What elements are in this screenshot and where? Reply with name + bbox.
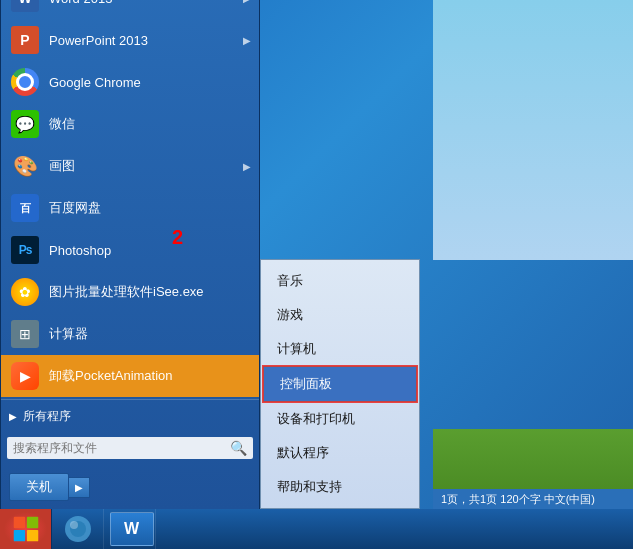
right-menu-default-programs-label: 默认程序: [277, 444, 329, 462]
taskbar-item-orb[interactable]: [52, 509, 104, 549]
menu-item-word-label: Word 2013: [49, 0, 243, 6]
shutdown-button[interactable]: 关机: [9, 473, 69, 501]
shutdown-arrow-button[interactable]: ▶: [69, 477, 90, 498]
right-menu-computer-label: 计算机: [277, 340, 316, 358]
menu-item-chrome-label: Google Chrome: [49, 75, 251, 90]
search-icon: 🔍: [230, 440, 247, 456]
taskbar: W: [0, 509, 633, 549]
right-menu-item-games[interactable]: 游戏: [261, 298, 419, 332]
taskbar-word-icon: W: [110, 512, 154, 546]
menu-item-pocket[interactable]: ▶ 卸载PocketAnimation: [1, 355, 259, 397]
chrome-icon: [9, 66, 41, 98]
menu-item-wechat[interactable]: 💬 微信: [1, 103, 259, 145]
right-menu-games-label: 游戏: [277, 306, 303, 324]
ppt-arrow-icon: ▶: [243, 35, 251, 46]
desktop: 1页，共1页 120个字 中文(中国) ✕ 强力卸载电脑中的软件 W Word …: [0, 0, 633, 549]
annotation-2: 2: [172, 226, 183, 249]
paint-arrow-icon: ▶: [243, 161, 251, 172]
right-menu-item-control-panel[interactable]: 控制面板: [263, 366, 417, 402]
menu-item-paint-label: 画图: [49, 157, 243, 175]
menu-items-list: ✕ 强力卸载电脑中的软件 W Word 2013 ▶ P PowerPoint …: [1, 0, 259, 397]
menu-item-isee[interactable]: ✿ 图片批量处理软件iSee.exe: [1, 271, 259, 313]
menu-item-word[interactable]: W Word 2013 ▶: [1, 0, 259, 19]
menu-item-isee-label: 图片批量处理软件iSee.exe: [49, 283, 251, 301]
right-menu-help-label: 帮助和支持: [277, 478, 342, 496]
wechat-icon: 💬: [9, 108, 41, 140]
svg-rect-2: [13, 530, 24, 541]
paint-icon: 🎨: [9, 150, 41, 182]
menu-item-photoshop[interactable]: Ps Photoshop: [1, 229, 259, 271]
svg-rect-1: [26, 517, 37, 528]
menu-item-wechat-label: 微信: [49, 115, 251, 133]
menu-item-pocket-label: 卸载PocketAnimation: [49, 367, 251, 385]
status-bar-text: 1页，共1页 120个字 中文(中国): [441, 492, 595, 507]
ppt-icon: P: [9, 24, 41, 56]
menu-item-chrome[interactable]: Google Chrome: [1, 61, 259, 103]
all-programs-item[interactable]: ▶ 所有程序: [1, 402, 259, 431]
right-menu-item-devices[interactable]: 设备和打印机: [261, 402, 419, 436]
word-arrow-icon: ▶: [243, 0, 251, 4]
right-menu-devices-label: 设备和打印机: [277, 410, 355, 428]
all-programs-label: 所有程序: [23, 408, 71, 425]
search-input[interactable]: [13, 441, 230, 455]
shutdown-area: 关机 ▶: [1, 465, 259, 509]
right-menu-item-music[interactable]: 音乐: [261, 264, 419, 298]
right-menu-music-label: 音乐: [277, 272, 303, 290]
ps-icon: Ps: [9, 234, 41, 266]
pocket-icon: ▶: [9, 360, 41, 392]
right-menu: 音乐 游戏 计算机 控制面板 设备和打印机 默认程序 帮助和支持: [260, 259, 420, 509]
orb-icon: [64, 515, 92, 543]
all-programs-arrow-icon: ▶: [9, 411, 17, 422]
svg-point-6: [70, 521, 78, 529]
menu-item-calculator[interactable]: ⊞ 计算器: [1, 313, 259, 355]
start-menu: ✕ 强力卸载电脑中的软件 W Word 2013 ▶ P PowerPoint …: [0, 0, 260, 509]
calculator-icon: ⊞: [9, 318, 41, 350]
svg-rect-0: [13, 517, 24, 528]
menu-separator-2: [1, 399, 259, 400]
right-menu-item-help[interactable]: 帮助和支持: [261, 470, 419, 504]
right-menu-item-default-programs[interactable]: 默认程序: [261, 436, 419, 470]
menu-item-calculator-label: 计算器: [49, 325, 251, 343]
search-bar[interactable]: 🔍: [7, 437, 253, 459]
menu-item-photoshop-label: Photoshop: [49, 243, 251, 258]
menu-item-baidu-label: 百度网盘: [49, 199, 251, 217]
taskbar-item-word[interactable]: W: [104, 509, 156, 549]
svg-rect-3: [26, 530, 37, 541]
baidu-icon: 百: [9, 192, 41, 224]
start-button[interactable]: [0, 509, 52, 549]
right-menu-item-computer[interactable]: 计算机: [261, 332, 419, 366]
isee-icon: ✿: [9, 276, 41, 308]
right-menu-control-panel-label: 控制面板: [280, 375, 332, 393]
menu-item-ppt-label: PowerPoint 2013: [49, 33, 243, 48]
menu-item-paint[interactable]: 🎨 画图 ▶: [1, 145, 259, 187]
word-icon: W: [9, 0, 41, 14]
windows-logo-icon: [12, 515, 40, 543]
doc-statusbar: 1页，共1页 120个字 中文(中国): [433, 489, 633, 509]
menu-item-ppt[interactable]: P PowerPoint 2013 ▶: [1, 19, 259, 61]
desktop-sky: [433, 0, 633, 260]
menu-item-baidu[interactable]: 百 百度网盘: [1, 187, 259, 229]
